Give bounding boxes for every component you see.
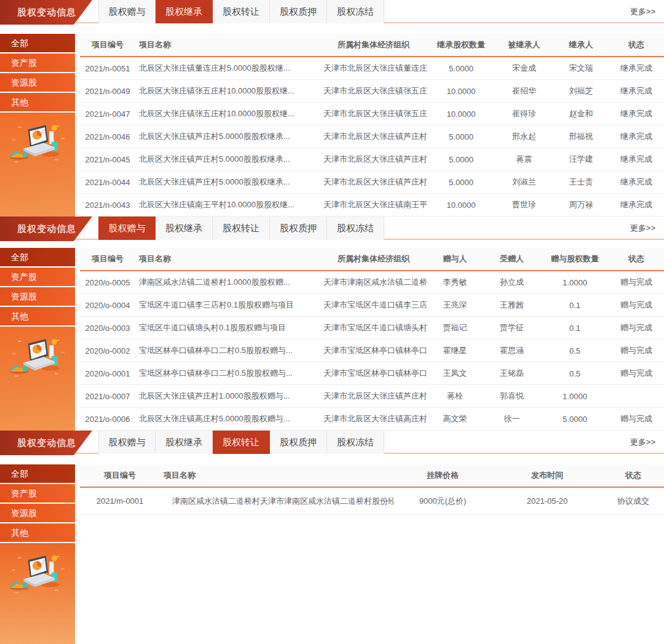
table-row[interactable]: 2020/o-0003宝坻区牛道口镇塘头村0.1股股权赠与项目天津市宝坻区牛道口… (80, 317, 664, 340)
table-row[interactable]: 2021/m-0001津南区咸水沽镇二道桥村天津市津南区咸水沽镇二道桥村股份经.… (80, 488, 664, 515)
sidebar-item-other[interactable]: 其他 (0, 93, 75, 111)
section-content: 全部资产股资源股其他 项目编号项目名称所属村集体经济组织赠与人受赠人赠与股权数量… (0, 248, 664, 431)
cell: 天津市津南区咸水沽镇二道桥村股... (320, 277, 427, 288)
tab-equity-freeze[interactable]: 股权冻结 (327, 431, 384, 454)
tab-equity-freeze[interactable]: 股权冻结 (327, 217, 384, 240)
section-tabbar: 股权变动信息 股权赠与股权继承股权转让股权质押股权冻结 更多>> (0, 0, 664, 23)
table-row[interactable]: 2020/o-0005津南区咸水沽镇二道桥村1.0000股股权赠...天津市津南… (80, 271, 664, 294)
cell: 宋文瑞 (553, 63, 609, 74)
cell: 天津市北辰区大张庄镇芦庄村股份... (320, 177, 427, 188)
tab-equity-gift[interactable]: 股权赠与 (98, 0, 156, 23)
tab-equity-gift[interactable]: 股权赠与 (98, 217, 156, 240)
more-link[interactable]: 更多>> (630, 0, 664, 22)
sidebar-item-asset-shares[interactable]: 资产股 (0, 484, 75, 503)
sidebar-item-resource-shares[interactable]: 资源股 (0, 287, 75, 306)
header-cell: 项目编号 (80, 39, 135, 50)
cell: 赠与完成 (609, 413, 664, 424)
cell: 蒋震 (495, 154, 553, 165)
table-row[interactable]: 2020/o-0002宝坻区林亭口镇林亭口二村0.5股股权赠与...天津市宝坻区… (80, 340, 664, 362)
sidebar-item-other[interactable]: 其他 (0, 523, 75, 542)
table-row[interactable]: 2021/n-0045北辰区大张庄镇芦庄村5.0000股股权继承...天津市北辰… (80, 148, 664, 171)
section-equity-gift: 股权变动信息 股权赠与股权继承股权转让股权质押股权冻结 更多>> 全部资产股资源… (0, 217, 664, 431)
table-row[interactable]: 2021/o-0007北辰区大张庄镇芦庄村1.0000股股权赠与...天津市北辰… (80, 385, 664, 408)
tab-strip: 股权赠与股权继承股权转让股权质押股权冻结 (98, 217, 384, 239)
tab-equity-transfer[interactable]: 股权转让 (213, 217, 270, 240)
sidebar-item-all[interactable]: 全部 (0, 248, 75, 266)
sidebar-item-resource-shares[interactable]: 资源股 (0, 504, 75, 522)
cell: 2021/m-0001 (80, 496, 160, 506)
table-row[interactable]: 2021/n-0047北辰区大张庄镇张五庄村10.0000股股权继...天津市北… (80, 103, 664, 125)
cell: 1.0000 (541, 392, 609, 401)
tab-equity-pledge[interactable]: 股权质押 (270, 431, 327, 454)
cell: 2021/n-0049 (80, 87, 135, 96)
cell: 赠与完成 (609, 300, 664, 311)
table-row[interactable]: 2021/n-0043北辰区大张庄镇南王平村10.0000股股权继...天津市北… (80, 194, 664, 217)
table-row[interactable]: 2021/n-0049北辰区大张庄镇张五庄村10.0000股股权继...天津市北… (80, 80, 664, 103)
header-cell: 继承人 (553, 39, 609, 50)
cell: 邢福祝 (553, 131, 609, 142)
cell: 天津市北辰区大张庄镇张五庄村股... (320, 108, 427, 119)
section-banner: 股权变动信息 (0, 431, 92, 455)
cell: 赠与完成 (609, 322, 664, 333)
tab-equity-transfer[interactable]: 股权转让 (213, 431, 270, 454)
cell: 王凤文 (427, 368, 483, 379)
cell: 2021/n-0051 (80, 64, 135, 73)
cell: 10.0000 (427, 87, 495, 96)
section-banner: 股权变动信息 (0, 217, 92, 241)
header-cell: 赠与人 (427, 253, 483, 264)
cell: 2020/o-0002 (80, 346, 135, 356)
cell: 天津市宝坻区林亭口镇林亭口二村... (320, 345, 427, 356)
section-content: 全部资产股资源股其他 项目编号项目名称挂牌价格发布时间状态2021/m-0001… (0, 464, 664, 644)
more-link[interactable]: 更多>> (630, 217, 664, 239)
cell: 贾福记 (427, 322, 483, 333)
tab-equity-pledge[interactable]: 股权质押 (270, 217, 327, 240)
cell: 天津市北辰区大张庄镇董连庄村股... (320, 63, 427, 74)
cell: 天津市北辰区大张庄镇芦庄村股份... (320, 391, 427, 402)
sidebar-item-other[interactable]: 其他 (0, 307, 75, 325)
cell: 2021/n-0046 (80, 132, 135, 141)
sidebar-item-all[interactable]: 全部 (0, 34, 75, 52)
tab-equity-pledge[interactable]: 股权质押 (270, 0, 327, 23)
tab-equity-freeze[interactable]: 股权冻结 (327, 0, 384, 23)
table-row[interactable]: 2021/n-0044北辰区大张庄镇芦庄村5.0000股股权继承...天津市北辰… (80, 171, 664, 194)
category-sidebar: 全部资产股资源股其他 (0, 248, 75, 431)
tab-equity-gift[interactable]: 股权赠与 (98, 431, 156, 454)
cell: 北辰区大张庄镇张五庄村10.0000股股权继... (135, 108, 320, 119)
table-row[interactable]: 2021/o-0006北辰区大张庄镇高庄村5.0000股股权赠与...天津市北辰… (80, 408, 664, 431)
table-row[interactable]: 2021/n-0051北辰区大张庄镇董连庄村5.0000股股权继...天津市北辰… (80, 57, 664, 80)
header-cell: 所属村集体经济组织 (320, 39, 427, 50)
cell: 津南区咸水沽镇二道桥村天津市津南区咸水沽镇二道桥村股份经... (160, 496, 393, 507)
cell: 10.0000 (427, 109, 495, 119)
cell: 北辰区大张庄镇芦庄村5.0000股股权继承... (135, 154, 320, 165)
cell: 北辰区大张庄镇张五庄村10.0000股股权继... (135, 85, 320, 97)
tab-strip: 股权赠与股权继承股权转让股权质押股权冻结 (98, 0, 384, 22)
sidebar-item-resource-shares[interactable]: 资源股 (0, 73, 75, 92)
header-cell: 项目名称 (135, 39, 320, 50)
cell: 天津市宝坻区牛道口镇李三店村股... (320, 300, 427, 311)
sidebar-item-asset-shares[interactable]: 资产股 (0, 54, 75, 72)
more-link[interactable]: 更多>> (630, 431, 664, 453)
tab-equity-inheritance[interactable]: 股权继承 (156, 217, 213, 240)
cell: 崔绍华 (495, 85, 553, 97)
table-row[interactable]: 2021/n-0046北辰区大张庄镇芦庄村5.0000股股权继承...天津市北辰… (80, 125, 664, 148)
cell: 霍思涵 (483, 345, 541, 356)
cell: 5.0000 (427, 178, 495, 187)
table-header-row: 项目编号项目名称所属村集体经济组织继承股权数量被继承人继承人状态 (80, 34, 664, 57)
table-row[interactable]: 2020/o-0001宝坻区林亭口镇林亭口二村0.5股股权赠与...天津市宝坻区… (80, 362, 664, 385)
section-tabbar: 股权变动信息 股权赠与股权继承股权转让股权质押股权冻结 更多>> (0, 431, 664, 454)
header-cell: 继承股权数量 (427, 39, 495, 50)
tab-equity-inheritance[interactable]: 股权继承 (156, 431, 213, 454)
tab-equity-transfer[interactable]: 股权转让 (213, 0, 270, 23)
cell: 天津市宝坻区林亭口镇林亭口二村... (320, 368, 427, 379)
sidebar-item-all[interactable]: 全部 (0, 464, 75, 483)
cell: 郭喜悦 (483, 391, 541, 402)
sidebar-item-asset-shares[interactable]: 资产股 (0, 268, 75, 286)
category-sidebar: 全部资产股资源股其他 (0, 464, 75, 644)
cell: 李秀敏 (427, 277, 483, 288)
cell: 宋金成 (495, 63, 553, 74)
tab-equity-inheritance[interactable]: 股权继承 (156, 0, 213, 23)
cell: 王雅茜 (483, 300, 541, 311)
table-row[interactable]: 2020/o-0004宝坻区牛道口镇李三店村0.1股股权赠与项目天津市宝坻区牛道… (80, 294, 664, 317)
cell: 2021/n-0045 (80, 155, 135, 164)
tab-strip: 股权赠与股权继承股权转让股权质押股权冻结 (98, 431, 384, 453)
